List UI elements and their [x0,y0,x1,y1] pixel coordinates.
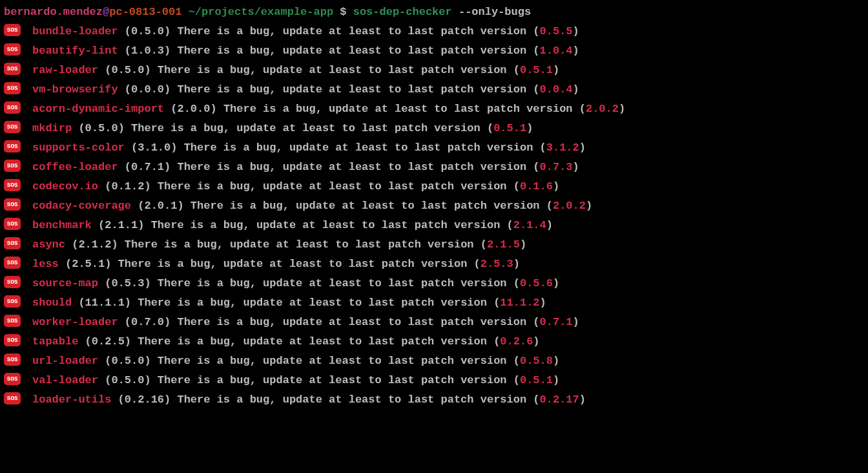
bug-message: There is a bug, update at least to last … [177,161,539,173]
sos-icon: sos [4,392,21,405]
output-line: sosloader-utils (0.2.16) There is a bug,… [4,390,864,410]
close-paren: ) [573,45,579,57]
current-version: (2.5.1) [59,258,118,270]
output-line: sossource-map (0.5.3) There is a bug, up… [4,274,864,293]
close-paren: ) [573,316,579,328]
output-line: sosasync (2.1.2) There is a bug, update … [4,235,864,255]
close-paren: ) [553,64,559,76]
close-paren: ) [533,335,539,348]
bug-message: There is a bug, update at least to last … [177,394,539,406]
bug-message: There is a bug, update at least to last … [177,83,539,96]
current-version: (0.5.3) [98,277,158,289]
close-paren: ) [553,355,559,367]
command-args: --only-bugs [459,6,531,18]
close-paren: ) [553,180,559,193]
sos-icon: sos [4,140,21,152]
new-version: 2.1.4 [513,219,546,231]
new-version: 0.5.1 [520,374,553,386]
current-version: (0.5.0) [118,25,178,37]
bug-message: There is a bug, update at least to last … [118,258,480,270]
current-version: (2.1.1) [92,219,151,231]
current-version: (3.1.0) [125,142,184,154]
package-name: tapable [32,335,78,348]
package-name: mkdirp [32,122,72,134]
output-line: sosbeautify-lint (1.0.3) There is a bug,… [4,41,864,61]
package-name: should [32,297,72,309]
new-version: 0.2.17 [540,394,579,406]
output-line: sosless (2.5.1) There is a bug, update a… [4,255,864,274]
sos-icon: sos [4,334,21,346]
new-version: 2.0.2 [553,200,586,212]
prompt-path: ~/projects/example-app [189,6,333,18]
close-paren: ) [526,122,533,134]
current-version: (0.7.1) [118,161,178,173]
output-line: sosvm-browserify (0.0.0) There is a bug,… [4,80,864,100]
current-version: (1.0.3) [118,45,178,57]
current-version: (11.1.1) [72,297,138,309]
current-version: (0.2.5) [78,335,138,348]
sos-icon: sos [4,82,21,94]
output-line: sostapable (0.2.5) There is a bug, updat… [4,332,864,352]
prompt-at: @ [103,6,109,18]
package-name: coffee-loader [32,161,118,173]
prompt-dollar: $ [340,6,346,18]
sos-icon: sos [4,101,21,114]
bug-message: There is a bug, update at least to last … [158,180,520,193]
package-name: raw-loader [32,64,98,76]
close-paren: ) [579,142,586,154]
package-name: worker-loader [32,316,118,328]
current-version: (0.2.16) [111,394,177,406]
package-name: supports-color [32,142,125,154]
package-name: async [32,238,65,251]
bug-message: There is a bug, update at least to last … [184,142,546,154]
package-name: val-loader [32,374,98,386]
output-line: sosval-loader (0.5.0) There is a bug, up… [4,371,864,390]
package-name: codecov.io [32,180,98,193]
bug-message: There is a bug, update at least to last … [223,103,586,115]
package-name: vm-browserify [32,83,118,96]
current-version: (0.7.0) [118,316,178,328]
new-version: 0.5.5 [540,25,573,37]
close-paren: ) [573,25,579,37]
sos-icon: sos [4,276,21,288]
new-version: 2.5.3 [480,258,513,270]
bug-message: There is a bug, update at least to last … [125,238,487,251]
close-paren: ) [553,277,559,289]
output-line: sosshould (11.1.1) There is a bug, updat… [4,293,864,313]
current-version: (0.5.0) [98,355,158,367]
output-line: soscodecov.io (0.1.2) There is a bug, up… [4,177,864,196]
sos-icon: sos [4,179,21,191]
new-version: 2.1.5 [487,238,520,251]
bug-message: There is a bug, update at least to last … [177,45,539,57]
close-paren: ) [573,161,579,173]
new-version: 11.1.2 [500,297,539,309]
output-line: sosacorn-dynamic-import (2.0.0) There is… [4,100,864,119]
sos-icon: sos [4,198,21,211]
output-line: soscoffee-loader (0.7.1) There is a bug,… [4,158,864,177]
output-line: sosurl-loader (0.5.0) There is a bug, up… [4,352,864,371]
close-paren: ) [540,297,546,309]
close-paren: ) [619,103,625,115]
close-paren: ) [579,394,586,406]
package-name: url-loader [32,355,98,367]
bug-message: There is a bug, update at least to last … [158,374,520,386]
sos-icon: sos [4,257,21,269]
sos-icon: sos [4,24,21,36]
current-version: (0.5.0) [72,122,131,134]
output-line: sosmkdirp (0.5.0) There is a bug, update… [4,119,864,138]
output-line: sosbundle-loader (0.5.0) There is a bug,… [4,22,864,41]
command-name: sos-dep-checker [353,6,452,18]
package-name: loader-utils [32,394,111,406]
sos-icon: sos [4,353,21,366]
current-version: (0.5.0) [98,64,158,76]
bug-message: There is a bug, update at least to last … [151,219,513,231]
bug-message: There is a bug, update at least to last … [177,25,539,37]
new-version: 0.0.4 [540,83,573,96]
bug-message: There is a bug, update at least to last … [158,355,520,367]
bug-message: There is a bug, update at least to last … [138,335,500,348]
close-paren: ) [586,200,592,212]
bug-message: There is a bug, update at least to last … [131,122,493,134]
package-name: source-map [32,277,98,289]
output-line: soscodacy-coverage (2.0.1) There is a bu… [4,196,864,216]
close-paren: ) [546,219,553,231]
